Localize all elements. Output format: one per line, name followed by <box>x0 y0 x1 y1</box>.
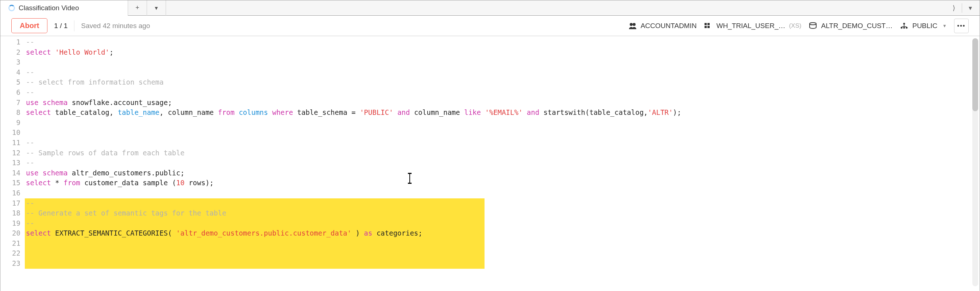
code-line[interactable]: -- select from information schema <box>25 77 980 87</box>
code-line[interactable]: -- <box>25 138 980 148</box>
code-line[interactable]: -- <box>25 218 980 229</box>
worksheet-tab[interactable]: Classification Video <box>0 0 128 16</box>
token-comment: -- <box>26 68 34 76</box>
database-icon <box>808 22 817 30</box>
scrollbar-thumb[interactable] <box>972 38 978 111</box>
database-label: ALTR_DEMO_CUST… <box>821 22 892 30</box>
svg-point-7 <box>904 22 905 24</box>
token-str: 'altr_demo_customers.public.customer_dat… <box>176 229 352 237</box>
vertical-scrollbar[interactable] <box>972 38 978 286</box>
token-kw: like <box>464 108 481 116</box>
token-kw: select <box>26 108 51 116</box>
chevron-right-end-icon: ⟩ <box>953 4 955 12</box>
code-line[interactable]: -- Sample rows of data from each table <box>25 148 980 158</box>
line-number: 14 <box>0 168 25 178</box>
token-txt: altr_demo_customers.public; <box>67 169 184 177</box>
schema-selector[interactable]: PUBLIC ▼ <box>900 22 947 30</box>
code-line[interactable]: select EXTRACT_SEMANTIC_CATEGORIES( 'alt… <box>25 228 980 239</box>
token-kw: select <box>26 48 51 56</box>
token-txt: * <box>51 179 64 187</box>
code-line[interactable]: -- Generate a set of semantic tags for t… <box>25 208 980 218</box>
svg-rect-2 <box>705 23 707 25</box>
token-kw: from <box>64 179 80 187</box>
svg-point-9 <box>904 27 905 29</box>
token-txt: EXTRACT_SEMANTIC_CATEGORIES( <box>51 229 176 237</box>
token-comment: -- <box>26 88 34 96</box>
token-str: 'PUBLIC' <box>360 108 393 116</box>
tab-menu-button[interactable]: ▼ <box>147 0 166 16</box>
token-txt: categories; <box>372 229 422 237</box>
code-line[interactable] <box>25 188 980 199</box>
line-number: 5 <box>0 77 25 87</box>
role-label: ACCOUNTADMIN <box>641 22 697 30</box>
token-txt: customer_data sample ( <box>80 179 176 187</box>
sql-editor[interactable]: 1234567891011121314151617181920212223 --… <box>0 36 980 291</box>
token-txt <box>522 108 527 116</box>
role-icon <box>628 22 637 30</box>
line-number: 6 <box>0 87 25 98</box>
token-txt: ); <box>673 108 681 116</box>
token-txt <box>481 108 485 116</box>
schema-icon <box>900 22 908 30</box>
code-line[interactable]: use schema altr_demo_customers.public; <box>25 168 980 178</box>
line-number: 13 <box>0 158 25 168</box>
code-area[interactable]: --select 'Hello World';---- select from … <box>25 36 980 291</box>
action-bar: Abort 1 / 1 Saved 42 minutes ago ACCOUNT… <box>0 16 980 36</box>
line-number: 17 <box>0 199 25 208</box>
code-line[interactable]: -- <box>25 87 980 98</box>
code-line[interactable] <box>25 248 980 259</box>
code-line[interactable]: -- <box>25 37 980 48</box>
warehouse-selector[interactable]: WH_TRIAL_USER_… (XS) <box>704 22 801 30</box>
token-kw: use schema <box>26 99 67 107</box>
token-str: 'Hello World' <box>55 48 110 56</box>
plus-icon: + <box>135 4 139 12</box>
collapse-button[interactable]: ⟩ <box>947 2 960 14</box>
run-progress: 1 / 1 <box>54 22 67 30</box>
divider <box>962 3 962 13</box>
code-line[interactable]: select 'Hello World'; <box>25 48 980 57</box>
token-str: 10 <box>176 179 185 187</box>
line-number: 21 <box>0 239 25 249</box>
svg-point-6 <box>810 22 816 25</box>
code-line[interactable] <box>25 239 980 249</box>
line-number: 3 <box>0 57 25 67</box>
line-number: 12 <box>0 148 25 158</box>
token-txt: table_schema = <box>293 108 360 116</box>
warehouse-icon <box>704 22 713 30</box>
more-options-button[interactable]: ••• <box>954 19 969 33</box>
code-line[interactable]: -- <box>25 199 980 208</box>
line-number: 18 <box>0 208 25 218</box>
code-line[interactable]: -- <box>25 158 980 168</box>
token-str: '%EMAIL%' <box>485 108 522 116</box>
token-kw: as <box>364 229 372 237</box>
token-kw: from <box>218 108 235 116</box>
line-gutter: 1234567891011121314151617181920212223 <box>0 36 25 291</box>
token-comment: -- <box>26 159 34 167</box>
new-tab-button[interactable]: + <box>128 0 147 16</box>
code-line[interactable] <box>25 128 980 138</box>
code-line[interactable]: select table_catalog, table_name, column… <box>25 108 980 118</box>
svg-point-1 <box>633 23 636 26</box>
token-txt: , column_name <box>159 108 218 116</box>
code-line[interactable] <box>25 57 980 67</box>
token-txt: startswith(table_catalog, <box>539 108 648 116</box>
token-kw: where <box>272 108 293 116</box>
svg-rect-5 <box>708 26 710 28</box>
abort-button[interactable]: Abort <box>11 18 48 33</box>
token-txt: ; <box>110 48 113 56</box>
token-kw: use schema <box>26 169 67 177</box>
token-comment: -- <box>26 199 34 207</box>
code-line[interactable] <box>25 259 980 269</box>
code-line[interactable]: -- <box>25 67 980 78</box>
token-func: table_name <box>118 108 159 116</box>
token-kw: select <box>26 229 51 237</box>
code-line[interactable] <box>25 118 980 128</box>
code-line[interactable]: use schema snowflake.account_usage; <box>25 98 980 108</box>
role-selector[interactable]: ACCOUNTADMIN <box>628 22 697 30</box>
svg-rect-3 <box>708 23 710 25</box>
panel-menu-button[interactable]: ▾ <box>964 2 977 14</box>
loading-spinner-icon <box>8 5 15 11</box>
code-line[interactable]: select * from customer_data sample (10 r… <box>25 178 980 188</box>
line-number: 22 <box>0 248 25 259</box>
database-selector[interactable]: ALTR_DEMO_CUST… <box>808 22 892 30</box>
